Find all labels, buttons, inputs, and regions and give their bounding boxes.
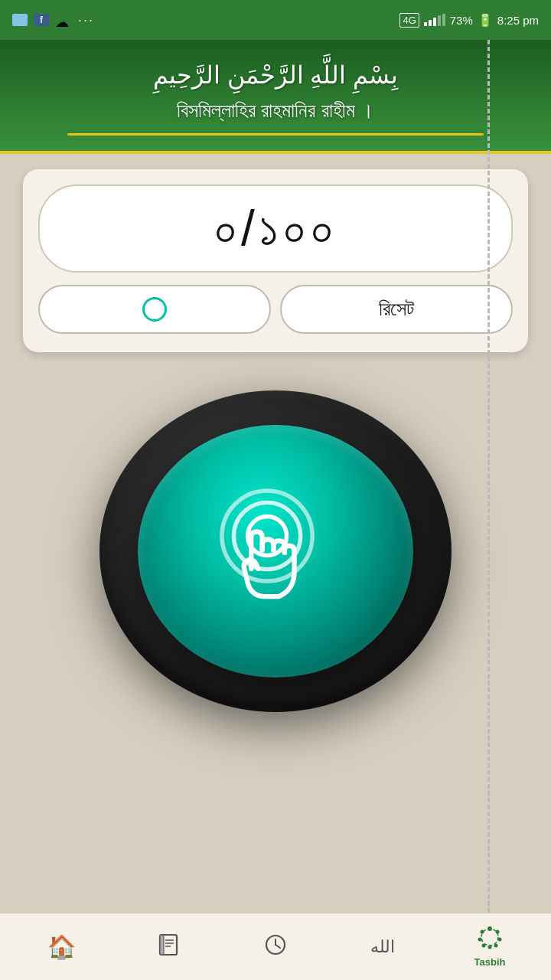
tasbih-label: Tasbih: [474, 956, 506, 968]
svg-line-10: [276, 945, 280, 948]
big-button-inner: [138, 425, 413, 678]
reset-label: রিসেট: [379, 297, 414, 321]
allah-text: الله: [370, 939, 395, 956]
status-right-info: 4G 73% 🔋 8:25 pm: [399, 13, 539, 28]
app-content: بِسْمِ اللَّهِ الرَّحْمَنِ الرَّحِيمِ বি…: [0, 40, 551, 913]
counter-display: ০/১০০: [38, 185, 513, 273]
big-button-wrapper: [99, 375, 452, 727]
svg-rect-4: [160, 935, 164, 955]
counter-panel: ০/১০০ রিসেট: [23, 169, 528, 352]
network-label: 4G: [399, 13, 419, 28]
svg-point-17: [482, 943, 486, 947]
yellow-divider: [67, 133, 484, 136]
circle-button[interactable]: [38, 285, 271, 334]
nav-tasbih[interactable]: Tasbih: [436, 926, 543, 968]
svg-point-13: [496, 929, 500, 933]
battery-percent: 73%: [450, 14, 473, 27]
app-header: بِسْمِ اللَّهِ الرَّحْمَنِ الرَّحِيمِ বি…: [0, 40, 551, 154]
bottom-nav: 🏠 الله: [0, 913, 551, 980]
signal-icon: [424, 14, 445, 26]
nav-history[interactable]: [222, 933, 329, 960]
counter-number: ০/১০০: [214, 201, 337, 256]
status-bar: f ☁ ··· 4G 73% 🔋 8:25 pm: [0, 0, 551, 40]
reset-button[interactable]: রিসেট: [280, 285, 513, 334]
cloud-icon: ☁: [55, 14, 72, 26]
svg-point-1: [233, 502, 300, 569]
tap-icon: [199, 475, 352, 628]
main-count-button[interactable]: [99, 390, 452, 712]
nav-quran[interactable]: [115, 933, 222, 960]
screenshot-icon: [12, 14, 28, 26]
quran-icon: [157, 933, 180, 960]
bangla-bismillah: বিসমিল্লাহির রাহমানির রাহীম ।: [15, 96, 536, 126]
svg-point-16: [488, 945, 492, 949]
nav-home[interactable]: 🏠: [8, 936, 115, 959]
counter-buttons-row: রিসেট: [38, 285, 513, 334]
tasbih-icon: [477, 926, 503, 953]
clock-icon: [264, 933, 287, 960]
arabic-bismillah: بِسْمِ اللَّهِ الرَّحْمَنِ الرَّحِيمِ: [15, 58, 536, 93]
svg-point-19: [481, 929, 484, 933]
battery-icon: 🔋: [478, 13, 493, 28]
svg-point-14: [498, 937, 502, 941]
more-icon: ···: [78, 12, 94, 28]
status-left-icons: f ☁ ···: [12, 12, 94, 28]
circle-icon: [142, 297, 167, 322]
nav-allah[interactable]: الله: [329, 939, 436, 956]
time-display: 8:25 pm: [497, 14, 539, 27]
svg-point-18: [478, 937, 482, 941]
facebook-icon: f: [34, 14, 49, 26]
home-icon: 🏠: [47, 936, 76, 959]
svg-point-15: [494, 943, 498, 947]
